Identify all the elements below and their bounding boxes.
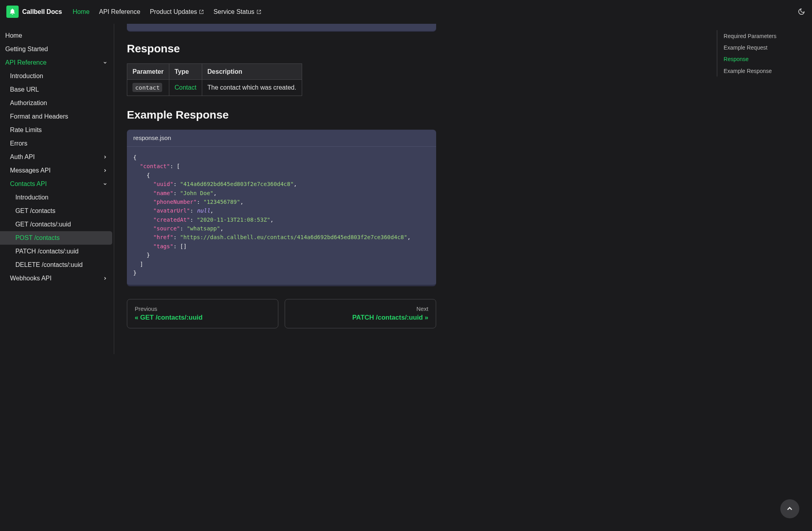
sidebar-item-introduction[interactable]: Introduction: [0, 69, 114, 83]
th-parameter: Parameter: [127, 63, 169, 79]
th-type: Type: [169, 63, 202, 79]
brand-title[interactable]: Callbell Docs: [22, 8, 62, 15]
external-link-icon: [199, 10, 204, 14]
pager-prev-title: « GET /contacts/:uuid: [135, 314, 271, 322]
moon-icon: [798, 8, 805, 15]
code-block-response: response.json { "contact": [ { "uuid": "…: [127, 130, 436, 286]
chevron-down-icon: [103, 60, 107, 65]
pager-prev[interactable]: Previous « GET /contacts/:uuid: [127, 299, 278, 328]
nav-api-reference[interactable]: API Reference: [99, 8, 140, 15]
chevron-right-icon: [103, 276, 107, 281]
code-filename: response.json: [127, 130, 436, 147]
toc-required-parameters[interactable]: Required Parameters: [724, 30, 806, 42]
response-table: Parameter Type Description contact Conta…: [127, 63, 302, 96]
sidebar-item-patch-contact-uuid[interactable]: PATCH /contacts/:uuid: [0, 245, 114, 258]
toc-response[interactable]: Response: [724, 54, 806, 65]
pagination: Previous « GET /contacts/:uuid Next PATC…: [127, 299, 436, 328]
pager-next[interactable]: Next PATCH /contacts/:uuid »: [285, 299, 436, 328]
sidebar-item-contacts-intro[interactable]: Introduction: [0, 191, 114, 204]
chevron-right-icon: [103, 155, 107, 159]
nav-service-status[interactable]: Service Status: [213, 8, 261, 15]
sidebar-item-post-contacts[interactable]: POST /contacts: [0, 231, 112, 245]
param-desc: The contact which was created.: [202, 80, 302, 96]
main-content: Response Parameter Type Description cont…: [114, 24, 717, 354]
param-code: contact: [132, 83, 162, 92]
code-body: { "contact": [ { "uuid": "414a6d692bd645…: [127, 147, 436, 285]
sidebar-item-contacts-api[interactable]: Contacts API: [0, 177, 114, 191]
sidebar-item-authorization[interactable]: Authorization: [0, 96, 114, 110]
logo[interactable]: [6, 6, 19, 18]
toc-example-request[interactable]: Example Request: [724, 42, 806, 53]
bell-icon: [9, 8, 16, 15]
sidebar-item-base-url[interactable]: Base URL: [0, 83, 114, 96]
pager-next-label: Next: [293, 306, 429, 312]
chevron-down-icon: [103, 182, 107, 186]
nav-product-updates[interactable]: Product Updates: [150, 8, 204, 15]
th-description: Description: [202, 63, 302, 79]
pager-next-title: PATCH /contacts/:uuid »: [293, 314, 429, 322]
table-of-contents: Required Parameters Example Request Resp…: [717, 24, 812, 354]
toc-example-response[interactable]: Example Response: [724, 65, 806, 77]
sidebar-item-auth-api[interactable]: Auth API: [0, 150, 114, 164]
sidebar-item-webhooks-api[interactable]: Webhooks API: [0, 272, 114, 285]
pager-prev-label: Previous: [135, 306, 271, 312]
type-link[interactable]: Contact: [174, 84, 196, 91]
sidebar-item-api-reference[interactable]: API Reference: [0, 56, 114, 69]
chevron-right-icon: [103, 168, 107, 173]
sidebar-item-delete-contact-uuid[interactable]: DELETE /contacts/:uuid: [0, 258, 114, 272]
sidebar-item-home[interactable]: Home: [0, 29, 114, 42]
sidebar-item-format-headers[interactable]: Format and Headers: [0, 110, 114, 123]
sidebar-item-get-contacts[interactable]: GET /contacts: [0, 204, 114, 218]
heading-example-response: Example Response: [127, 109, 704, 121]
code-block-tail: [127, 24, 436, 32]
nav-home[interactable]: Home: [73, 8, 90, 15]
sidebar: Home Getting Started API Reference Intro…: [0, 24, 114, 354]
table-row: contact Contact The contact which was cr…: [127, 80, 302, 96]
header: Callbell Docs Home API Reference Product…: [0, 0, 812, 24]
heading-response: Response: [127, 42, 704, 55]
sidebar-item-errors[interactable]: Errors: [0, 137, 114, 150]
sidebar-item-get-contact-uuid[interactable]: GET /contacts/:uuid: [0, 218, 114, 231]
sidebar-item-rate-limits[interactable]: Rate Limits: [0, 123, 114, 137]
sidebar-item-messages-api[interactable]: Messages API: [0, 164, 114, 177]
external-link-icon: [257, 10, 261, 14]
theme-toggle[interactable]: [797, 8, 806, 16]
sidebar-item-getting-started[interactable]: Getting Started: [0, 42, 114, 56]
